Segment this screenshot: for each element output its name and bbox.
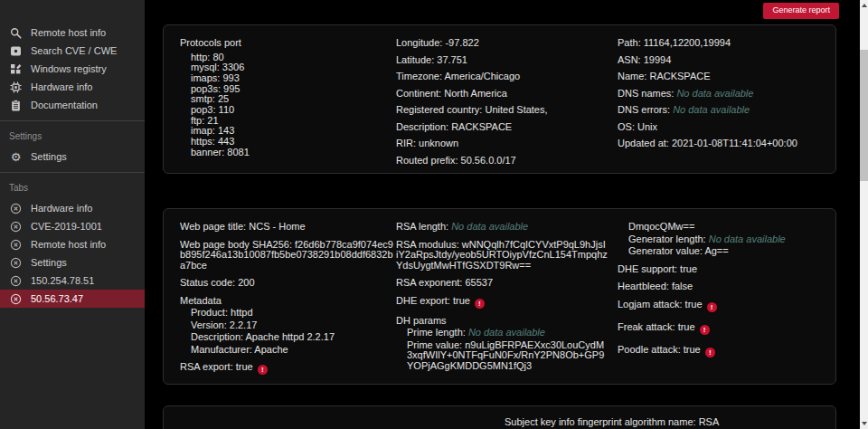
close-circle-icon[interactable] — [9, 220, 23, 234]
field-value: false — [672, 281, 693, 291]
info-row: Latitude: 37.751 — [396, 55, 608, 66]
close-circle-icon[interactable] — [9, 238, 23, 252]
field-value: No data available — [673, 104, 750, 115]
field-label: Web page title: — [180, 221, 246, 232]
close-circle-icon[interactable] — [9, 274, 23, 288]
field-label: Poodle attack: — [618, 344, 681, 355]
close-circle-icon[interactable] — [9, 292, 23, 306]
geo-column: Longitude: -97.822Latitude: 37.751Timezo… — [396, 38, 608, 172]
field-label: Version: — [191, 319, 227, 330]
field-value: unknown — [419, 138, 458, 148]
field-value: Unix — [637, 121, 657, 132]
tab-item-50-56-73-47[interactable]: 50.56.73.47 — [0, 290, 145, 308]
field-value: RACKSPACE — [451, 121, 512, 132]
settings-section-header: Settings — [0, 128, 145, 148]
info-row: Updated at: 2021-01-08T11:41:04+00:00 — [618, 138, 824, 149]
network-column: Path: 11164,12200,19994ASN: 19994Name: R… — [618, 38, 824, 156]
field-label: Path: — [618, 37, 641, 48]
info-row: DH params — [396, 316, 608, 327]
field-value: true — [236, 361, 253, 372]
field-value: RSA — [699, 416, 720, 427]
cert-row: Subject key info fingerprint algorithm n… — [505, 417, 719, 428]
field-label: ASN: — [618, 54, 641, 65]
main-content: Generate report Protocols port http: 80m… — [145, 0, 860, 429]
field-label: Prime value: — [407, 339, 462, 350]
info-row: Description: RACKSPACE — [396, 122, 608, 133]
info-row: Logjam attack: true! — [618, 300, 824, 312]
field-value: North America — [444, 88, 507, 99]
field-label: Manufacturer: — [191, 344, 252, 355]
info-row: RIR: unknown — [396, 138, 608, 149]
field-value: No data available — [676, 88, 753, 99]
info-row: Routed prefix: 50.56.0.0/17 — [396, 156, 608, 167]
field-label: Updated at: — [618, 138, 669, 148]
tab-item-cve-2019-1001[interactable]: CVE-2019-1001 — [0, 217, 145, 235]
alert-icon: ! — [700, 325, 710, 335]
tabs-section-header: Tabs — [0, 179, 145, 199]
divider — [0, 172, 145, 173]
tab-item-remote-host-info[interactable]: Remote host info — [0, 235, 145, 253]
scrollbar-thumb[interactable] — [860, 50, 868, 181]
info-row: Timezone: America/Chicago — [396, 72, 608, 82]
info-row: Heartbleed: false — [618, 281, 824, 292]
field-label: DNS errors: — [618, 104, 670, 115]
search-icon — [9, 26, 23, 40]
sidebar-item-windows-registry[interactable]: Windows registry — [0, 60, 145, 78]
tab-item-150-254-78-51[interactable]: 150.254.78.51 — [0, 272, 145, 290]
tab-item-hardware-info[interactable]: Hardware info — [0, 199, 145, 217]
info-row: DmqocQMw== — [628, 222, 824, 233]
info-row: Prime length: No data available — [407, 328, 608, 338]
divider — [0, 120, 145, 121]
close-circle-icon[interactable] — [9, 202, 23, 215]
scroll-up-icon[interactable] — [860, 1, 868, 10]
field-label: OS: — [618, 121, 635, 132]
field-label: Routed prefix: — [396, 155, 458, 166]
field-label: Heartbleed: — [618, 281, 669, 291]
scroll-down-icon[interactable] — [860, 419, 868, 428]
protocols-list: http: 80mysql: 3306imaps: 993pop3s: 995s… — [180, 52, 393, 158]
field-value: true — [453, 295, 470, 306]
scrollbar[interactable] — [860, 0, 868, 429]
sidebar-item-documentation[interactable]: Documentation — [0, 96, 145, 114]
generate-report-button[interactable]: Generate report — [763, 3, 839, 19]
info-row: Metadata — [180, 296, 393, 307]
field-label: Web page body SHA256: — [180, 239, 292, 250]
field-value: United States, — [485, 104, 547, 115]
tab-item-settings[interactable]: Settings — [0, 253, 145, 272]
sidebar-item-hardware-info[interactable]: Hardware info — [0, 78, 145, 96]
settings-item-box: ⚙Settings — [0, 148, 145, 166]
info-row: Continent: North America — [396, 89, 608, 100]
field-value: 2021-01-08T11:41:04+00:00 — [672, 138, 797, 148]
field-label: RSA export: — [180, 361, 233, 372]
field-label: DNS names: — [618, 88, 674, 99]
field-value: 50.56.0.0/17 — [461, 155, 516, 166]
field-value: true — [678, 321, 695, 332]
field-value: DmqocQMw== — [628, 221, 694, 232]
field-label: Prime length: — [407, 327, 466, 338]
info-row: Product: httpd — [191, 308, 393, 319]
field-value: RACKSPACE — [649, 71, 710, 81]
field-value: No data available — [451, 221, 528, 232]
field-label: Continent: — [396, 88, 441, 99]
sidebar-item-label: Windows registry — [31, 63, 107, 74]
alert-icon: ! — [707, 302, 717, 312]
field-value: true — [680, 263, 697, 274]
close-circle-icon[interactable] — [9, 256, 23, 270]
sidebar-item-settings[interactable]: ⚙Settings — [0, 148, 145, 166]
field-label: Freak attack: — [618, 321, 675, 332]
field-label: Metadata — [180, 295, 222, 306]
field-label: DHE support: — [618, 263, 677, 274]
field-label: RSA modulus: — [396, 239, 459, 250]
alert-icon: ! — [705, 348, 715, 358]
sidebar-item-label: 150.254.78.51 — [31, 275, 94, 286]
info-row: Prime value: n9uLigBFRPAEXxc30LouCydM3xq… — [407, 340, 608, 372]
sidebar-item-remote-host-info[interactable]: Remote host info — [0, 24, 145, 42]
info-row: RSA exponent: 65537 — [396, 278, 608, 289]
field-label: DH params — [396, 315, 447, 326]
field-label: Latitude: — [396, 54, 434, 65]
field-value: true — [684, 344, 701, 355]
sidebar-item-label: Hardware info — [31, 81, 92, 92]
cve-square-icon — [9, 44, 23, 58]
sidebar-item-search-cve-cwe[interactable]: Search CVE / CWE — [0, 42, 145, 60]
info-row: Name: RACKSPACE — [618, 72, 824, 82]
